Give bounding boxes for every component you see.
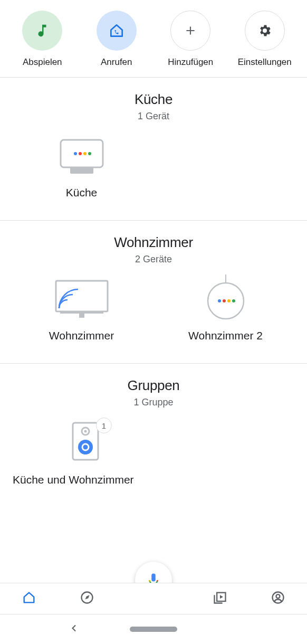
groups-title: Gruppen [0,377,307,394]
media-library-icon [213,590,227,605]
nest-hub-icon [57,135,106,177]
group-count-badge: 1 [96,418,112,433]
tv-cast-icon [53,278,111,320]
device-label: Wohnzimmer [49,329,114,342]
speaker-group-icon: 1 [71,421,100,464]
call-action[interactable]: Anrufen [80,11,154,68]
room-title: Wohnzimmer [0,234,307,251]
room-title: Küche [0,91,307,108]
room-subtitle: 2 Geräte [0,254,307,265]
compass-icon [80,590,94,605]
group-label: Küche und Wohnzimmer [13,473,134,486]
device-nest-hub[interactable]: Küche [9,135,154,199]
settings-action[interactable]: Einstellungen [228,11,302,68]
plus-icon [170,11,210,51]
svg-point-3 [79,152,82,155]
play-action[interactable]: Abspielen [5,11,80,68]
call-label: Anrufen [101,57,132,68]
svg-point-12 [223,299,226,302]
device-label: Küche [66,186,98,199]
svg-point-17 [84,430,87,433]
svg-rect-7 [60,311,103,314]
svg-point-14 [232,299,235,302]
account-icon [271,590,285,605]
device-chromecast-tv[interactable]: Wohnzimmer [9,278,154,342]
svg-rect-1 [70,167,93,174]
svg-point-18 [78,440,93,454]
svg-point-23 [276,594,280,598]
device-nest-mini[interactable]: Wohnzimmer 2 [154,278,298,342]
gear-icon [245,11,285,51]
music-note-icon [22,11,62,51]
add-action[interactable]: Hinzufügen [154,11,228,68]
nav-account[interactable] [271,590,285,607]
svg-point-2 [74,152,77,155]
home-phone-icon [97,11,137,51]
svg-point-13 [227,299,231,302]
nav-home[interactable] [22,590,36,607]
system-back-button[interactable] [69,623,79,636]
nav-discover[interactable] [80,590,94,607]
speaker-group[interactable]: 1 Küche und Wohnzimmer [9,421,298,486]
nest-mini-icon [205,278,247,320]
groups-subtitle: 1 Gruppe [0,397,307,408]
play-label: Abspielen [23,57,62,68]
system-home-pill[interactable] [130,627,177,632]
nav-media[interactable] [213,590,227,607]
svg-point-5 [88,152,91,155]
quick-actions-row: Abspielen Anrufen Hinzufügen Einstellung… [0,0,307,77]
room-section-kitchen: Küche 1 Gerät Küche [0,78,307,220]
system-nav-bar [0,614,307,644]
home-icon [22,590,36,605]
device-label: Wohnzimmer 2 [188,329,263,342]
svg-point-11 [218,299,221,302]
svg-rect-8 [79,314,84,318]
room-section-livingroom: Wohnzimmer 2 Geräte Wohnzimmer [0,221,307,363]
groups-section: Gruppen 1 Gruppe 1 Küche und Wohnzimmer [0,364,307,528]
svg-point-4 [83,152,87,155]
add-label: Hinzufügen [168,57,213,68]
settings-label: Einstellungen [238,57,292,68]
room-subtitle: 1 Gerät [0,111,307,122]
bottom-nav [0,583,307,614]
chevron-left-icon [69,623,79,633]
